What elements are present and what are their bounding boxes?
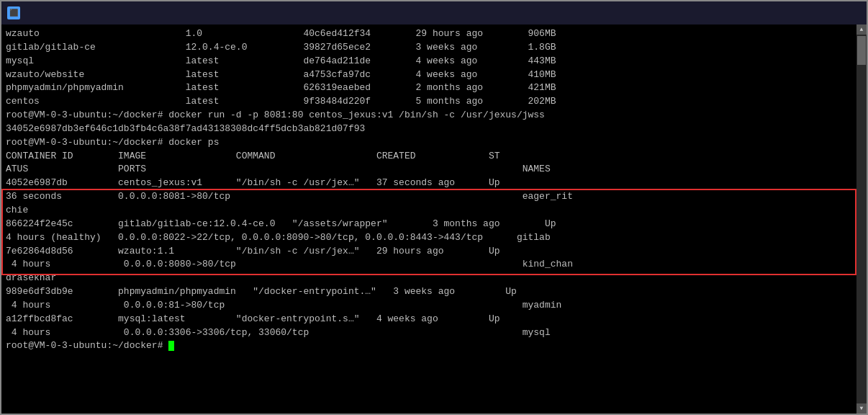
app-icon: ⬛ xyxy=(7,6,20,19)
titlebar: ⬛ xyxy=(1,1,867,24)
terminal-body[interactable]: wzauto 1.0 40c6ed412f34 29 hours ago 906… xyxy=(1,24,867,414)
maximize-button[interactable] xyxy=(818,6,838,20)
terminal-output: wzauto 1.0 40c6ed412f34 29 hours ago 906… xyxy=(6,27,862,353)
window-controls xyxy=(795,6,861,20)
minimize-button[interactable] xyxy=(795,6,815,20)
scroll-down-arrow[interactable]: ▼ xyxy=(856,403,867,414)
scrollbar-thumb[interactable] xyxy=(857,36,866,65)
close-button[interactable] xyxy=(841,6,861,20)
scroll-up-arrow[interactable]: ▲ xyxy=(856,24,867,35)
terminal-window: ⬛ wzauto 1.0 40c6ed412f34 29 hours ago 9… xyxy=(0,0,868,415)
cursor xyxy=(168,341,174,351)
scrollbar-track[interactable] xyxy=(856,35,867,403)
scrollbar[interactable]: ▲ ▼ xyxy=(856,24,867,414)
